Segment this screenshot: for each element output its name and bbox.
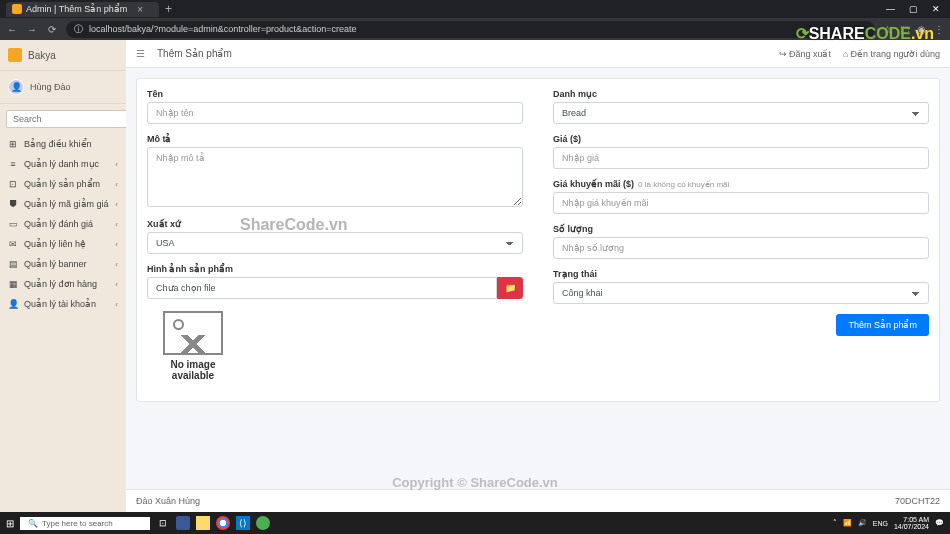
taskbar-clock[interactable]: 7:05 AM 14/07/2024 bbox=[894, 516, 929, 530]
sidebar-item[interactable]: ✉Quản lý liên hệ‹ bbox=[0, 234, 126, 254]
category-select[interactable]: Bread bbox=[553, 102, 929, 124]
browser-tab[interactable]: Admin | Thêm Sản phẩm × bbox=[6, 2, 159, 17]
chevron-left-icon: ‹ bbox=[115, 180, 118, 189]
main-area: ☰ Thêm Sản phẩm ↪Đăng xuất ⌂Đến trang ng… bbox=[126, 40, 950, 512]
sidebar-item[interactable]: ⊞Bảng điều khiển bbox=[0, 134, 126, 154]
file-browse-button[interactable]: 📁 bbox=[497, 277, 523, 299]
forward-icon[interactable]: → bbox=[26, 24, 38, 35]
category-label: Danh mục bbox=[553, 89, 929, 99]
sidebar-item-label: Quản lý mã giảm giá bbox=[24, 199, 109, 209]
back-icon[interactable]: ← bbox=[6, 24, 18, 35]
vscode-icon[interactable]: ⟨⟩ bbox=[236, 516, 250, 530]
window-controls: — ▢ ✕ bbox=[876, 4, 950, 14]
sidebar-item-label: Quản lý liên hệ bbox=[24, 239, 86, 249]
chevron-left-icon: ‹ bbox=[115, 160, 118, 169]
sidebar-item-label: Bảng điều khiển bbox=[24, 139, 92, 149]
footer-author: Đào Xuân Hùng bbox=[136, 496, 200, 506]
sidebar-search-input[interactable] bbox=[6, 110, 131, 128]
sidebar-item[interactable]: ▦Quản lý đơn hàng‹ bbox=[0, 274, 126, 294]
desc-input[interactable] bbox=[147, 147, 523, 207]
footer: Đào Xuân Hùng 70DCHT22 bbox=[126, 489, 950, 512]
sidebar-item-label: Quản lý sản phẩm bbox=[24, 179, 100, 189]
sidebar-item[interactable]: ⊡Quản lý sản phẩm‹ bbox=[0, 174, 126, 194]
sidebar-item[interactable]: ≡Quản lý danh mục‹ bbox=[0, 154, 126, 174]
new-tab-button[interactable]: + bbox=[165, 2, 172, 16]
sale-input[interactable] bbox=[553, 192, 929, 214]
sidebar-item[interactable]: 👤Quản lý tài khoản‹ bbox=[0, 294, 126, 314]
brand-icon bbox=[8, 48, 22, 62]
sidebar-item-label: Quản lý danh mục bbox=[24, 159, 99, 169]
footer-code: 70DCHT22 bbox=[895, 496, 940, 506]
start-button[interactable]: ⊞ bbox=[0, 518, 20, 529]
status-select[interactable]: Công khai bbox=[553, 282, 929, 304]
sidebar-item-label: Quản lý đơn hàng bbox=[24, 279, 97, 289]
minimize-button[interactable]: — bbox=[886, 4, 895, 14]
topbar: ☰ Thêm Sản phẩm ↪Đăng xuất ⌂Đến trang ng… bbox=[126, 40, 950, 68]
reload-icon[interactable]: ⟳ bbox=[46, 24, 58, 35]
origin-select[interactable]: USA bbox=[147, 232, 523, 254]
logout-link[interactable]: ↪Đăng xuất bbox=[779, 49, 831, 59]
volume-icon[interactable]: 🔊 bbox=[858, 519, 867, 527]
info-icon: ⓘ bbox=[74, 23, 83, 36]
menu-icon: ⊞ bbox=[8, 139, 18, 149]
maximize-button[interactable]: ▢ bbox=[909, 4, 918, 14]
image-file-input[interactable] bbox=[147, 277, 497, 299]
chevron-left-icon: ‹ bbox=[115, 260, 118, 269]
menu-icon: ▦ bbox=[8, 279, 18, 289]
chrome-icon[interactable] bbox=[216, 516, 230, 530]
submit-button[interactable]: Thêm Sản phẩm bbox=[836, 314, 929, 336]
sidebar-menu: ⊞Bảng điều khiển≡Quản lý danh mục‹⊡Quản … bbox=[0, 134, 126, 314]
close-icon[interactable]: × bbox=[137, 4, 143, 15]
brand[interactable]: Bakya bbox=[0, 40, 126, 71]
content: Tên Mô tả Xuất xứ USA bbox=[126, 68, 950, 489]
sidebar-item-label: Quản lý đánh giá bbox=[24, 219, 93, 229]
sidebar-item[interactable]: ▭Quản lý đánh giá‹ bbox=[0, 214, 126, 234]
origin-label: Xuất xứ bbox=[147, 219, 523, 229]
chevron-left-icon: ‹ bbox=[115, 240, 118, 249]
no-image-icon bbox=[163, 311, 223, 355]
sidebar-user[interactable]: 👤 Hùng Đào bbox=[0, 71, 126, 104]
language-icon[interactable]: ENG bbox=[873, 520, 888, 527]
name-input[interactable] bbox=[147, 102, 523, 124]
tab-title: Admin | Thêm Sản phẩm bbox=[26, 4, 127, 14]
url-input[interactable]: ⓘ localhost/bakya/?module=admin&controll… bbox=[66, 21, 875, 38]
chevron-left-icon: ‹ bbox=[115, 300, 118, 309]
menu-icon: ▤ bbox=[8, 259, 18, 269]
folder-icon: 📁 bbox=[505, 283, 516, 293]
close-window-button[interactable]: ✕ bbox=[932, 4, 940, 14]
sale-label: Giá khuyến mãi ($)0 là không có khuyến m… bbox=[553, 179, 929, 189]
price-input[interactable] bbox=[553, 147, 929, 169]
page-title: Thêm Sản phẩm bbox=[157, 48, 232, 59]
app-icon[interactable] bbox=[256, 516, 270, 530]
tab-favicon bbox=[12, 4, 22, 14]
tray-chevron-icon[interactable]: ˄ bbox=[833, 519, 837, 527]
qty-label: Số lượng bbox=[553, 224, 929, 234]
watermark-logo: ⟳SHARECODE.vn bbox=[796, 24, 934, 43]
menu-icon: ≡ bbox=[8, 159, 18, 169]
image-label: Hình ảnh sản phẩm bbox=[147, 264, 523, 274]
explorer-icon[interactable] bbox=[196, 516, 210, 530]
browser-titlebar: Admin | Thêm Sản phẩm × + — ▢ ✕ bbox=[0, 0, 950, 18]
task-view-icon[interactable]: ⊡ bbox=[156, 516, 170, 530]
menu-icon[interactable]: ⋮ bbox=[934, 24, 944, 35]
chevron-left-icon: ‹ bbox=[115, 220, 118, 229]
app-container: ShareCode.vn Copyright © ShareCode.vn Ba… bbox=[0, 40, 950, 512]
taskbar-app-icon[interactable] bbox=[176, 516, 190, 530]
menu-icon: 👤 bbox=[8, 299, 18, 309]
search-icon: 🔍 bbox=[28, 519, 38, 528]
price-label: Giá ($) bbox=[553, 134, 929, 144]
sidebar-item[interactable]: ▤Quản lý banner‹ bbox=[0, 254, 126, 274]
qty-input[interactable] bbox=[553, 237, 929, 259]
url-text: localhost/bakya/?module=admin&controller… bbox=[89, 24, 356, 34]
notification-icon[interactable]: 💬 bbox=[935, 519, 944, 527]
form-card: Tên Mô tả Xuất xứ USA bbox=[136, 78, 940, 402]
sidebar: Bakya 👤 Hùng Đào 🔍 ⊞Bảng điều khiển≡Quản… bbox=[0, 40, 126, 512]
userpage-link[interactable]: ⌂Đến trang người dùng bbox=[843, 49, 940, 59]
wifi-icon[interactable]: 📶 bbox=[843, 519, 852, 527]
taskbar-search[interactable]: 🔍 Type here to search bbox=[20, 517, 150, 530]
no-image-preview: No imageavailable bbox=[147, 311, 239, 381]
menu-icon: ⛊ bbox=[8, 199, 18, 209]
windows-taskbar: ⊞ 🔍 Type here to search ⊡ ⟨⟩ ˄ 📶 🔊 ENG 7… bbox=[0, 512, 950, 534]
sidebar-item[interactable]: ⛊Quản lý mã giảm giá‹ bbox=[0, 194, 126, 214]
hamburger-icon[interactable]: ☰ bbox=[136, 48, 145, 59]
